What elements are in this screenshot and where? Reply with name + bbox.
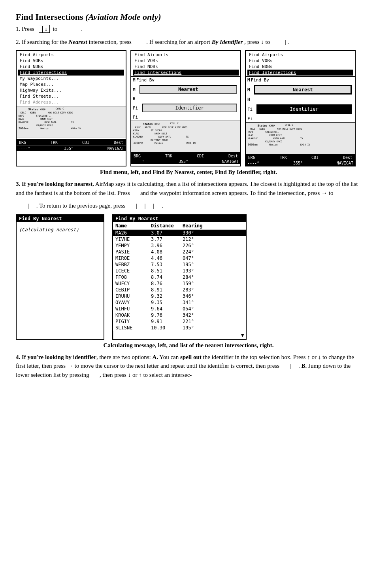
fbn-row-dist-14: 9.91 bbox=[151, 319, 183, 324]
fbn-row-15[interactable]: SLISNE 10.30 195° bbox=[113, 325, 246, 331]
gps-bottom-bar-right: BRG TRK CDI Dest bbox=[246, 154, 355, 161]
svg-text:3000nm: 3000nm bbox=[248, 143, 258, 146]
gps-identifier-row-center: Fi Identifier bbox=[131, 102, 240, 114]
svg-text:KBOS: KBOS bbox=[67, 112, 73, 114]
svg-text:TX: TX bbox=[186, 136, 189, 138]
fbn-row-7[interactable]: FF08 8.74 284° bbox=[113, 274, 246, 280]
fbn-row-name-8: WUFCY bbox=[115, 281, 151, 286]
menu-item-intersections-l[interactable]: Find Intersections bbox=[18, 70, 124, 76]
fbn-row-bearing-6: 193° bbox=[183, 268, 243, 274]
menu-item-ndbs-l: Find NDBs bbox=[18, 64, 124, 70]
deg355-c: 355° bbox=[179, 159, 188, 164]
svg-text:KLAS: KLAS bbox=[248, 134, 254, 136]
findby-m-r: M bbox=[247, 78, 250, 83]
fbn-row-bearing-14: 221° bbox=[183, 319, 243, 324]
page-title: Find Intersections (Aviation Mode only) bbox=[16, 12, 361, 22]
gps-menu-center: Find Airports Find VORs Find NDBs Find I… bbox=[131, 51, 240, 76]
fbn-row-dist-6: 8.51 bbox=[151, 268, 183, 274]
svg-text:KDEN: KDEN bbox=[30, 112, 36, 114]
svg-text:KMEM KCLT: KMEM KCLT bbox=[269, 134, 282, 136]
fbn-row-2[interactable]: YEMPY 3.96 226° bbox=[113, 242, 246, 249]
svg-text:CYUL C: CYUL C bbox=[285, 124, 294, 126]
gps-bottom-bar2-left: ----° 355° NAVIGAT bbox=[17, 146, 126, 151]
fbn-row-name-3: PASIE bbox=[115, 249, 151, 255]
row-fi-c: Fi bbox=[133, 106, 138, 111]
gps-bottom-bar-center: BRG TRK CDI Dest bbox=[131, 152, 240, 159]
menu-item-vors-r: Find VORs bbox=[247, 58, 353, 64]
dash-c: ----° bbox=[133, 159, 145, 164]
gps-panel-right: Find Airports Find VORs Find NDBs Find I… bbox=[245, 50, 356, 166]
fbn-row-bearing-10: 346° bbox=[183, 293, 243, 299]
fbn-panel-left: Find By Nearest (Calculating nearest) bbox=[16, 214, 104, 340]
fbn-row-dist-0: 3.07 bbox=[151, 230, 183, 236]
svg-text:KSLC: KSLC bbox=[135, 126, 141, 129]
fbn-row-3[interactable]: PASIE 4.08 224° bbox=[113, 249, 246, 255]
svg-text:KDEN: KDEN bbox=[145, 126, 151, 129]
fbn-row-name-0: MA26 bbox=[115, 230, 151, 236]
cdi-label-l: CDI bbox=[81, 140, 90, 145]
cdi-label-r: CDI bbox=[311, 155, 319, 160]
fbn-row-14[interactable]: PIGIY 9.91 221° bbox=[113, 318, 246, 325]
menu-item-airports-c: Find Airports bbox=[133, 52, 239, 58]
gps-nearest-row-right: M Nearest bbox=[246, 83, 355, 96]
svg-text:KOK RCLE KJFK: KOK RCLE KJFK bbox=[162, 126, 181, 129]
fbn-row-name-11: OYAVY bbox=[115, 300, 151, 305]
gps-findby-right: M Find By bbox=[246, 76, 355, 83]
gps-panel-left: Find Airports Find VORs Find NDBs Find I… bbox=[16, 50, 126, 166]
svg-text:Mexico: Mexico bbox=[269, 144, 278, 146]
fbn-row-name-14: PIGIY bbox=[115, 319, 151, 324]
fbn-row-1[interactable]: YIVHE 3.77 212° bbox=[113, 236, 246, 242]
svg-text:KDFW AATL: KDFW AATL bbox=[273, 137, 286, 140]
dest-label-l: Dest bbox=[113, 140, 124, 145]
svg-text:KMEM KCLT: KMEM KCLT bbox=[155, 132, 167, 135]
fbn-row-bearing-13: 342° bbox=[183, 312, 243, 318]
svg-text:KMSP: KMSP bbox=[269, 125, 275, 127]
fbn-row-bearing-11: 341° bbox=[183, 300, 243, 305]
fbn-row-4[interactable]: MIROE 4.46 047° bbox=[113, 255, 246, 261]
fbn-row-12[interactable]: WIHFU 9.64 054° bbox=[113, 306, 246, 312]
fbn-row-bearing-15: 195° bbox=[183, 325, 243, 331]
fbn-row-dist-7: 8.74 bbox=[151, 274, 183, 280]
fbn-row-bearing-7: 284° bbox=[183, 274, 243, 280]
fbn-row-bearing-4: 047° bbox=[183, 255, 243, 261]
row-m-r: M bbox=[247, 87, 250, 93]
svg-text:KSLC: KSLC bbox=[21, 112, 26, 114]
fbn-row-10[interactable]: IRUHU 9.32 346° bbox=[113, 293, 246, 299]
svg-text:KLAKPHX: KLAKPHX bbox=[248, 137, 258, 140]
menu-item-intersections-c[interactable]: Find Intersections bbox=[133, 70, 239, 76]
fbn-row-dist-11: 9.35 bbox=[151, 300, 183, 305]
fbn-row-6[interactable]: ICECE 8.51 193° bbox=[113, 268, 246, 274]
menu-item-intersections-r[interactable]: Find Intersections bbox=[247, 70, 353, 76]
fbn-row-5[interactable]: WEBBZ 7.53 195° bbox=[113, 261, 246, 268]
svg-text:KMSP: KMSP bbox=[40, 108, 46, 111]
fbn-row-name-2: YEMPY bbox=[115, 243, 151, 248]
fbn-scroll-down[interactable]: ▼ bbox=[113, 331, 246, 339]
row-h-r: H bbox=[247, 97, 250, 102]
svg-text:TX: TX bbox=[71, 121, 74, 123]
fbn-row-dist-4: 4.46 bbox=[151, 255, 183, 261]
fbn-row-bearing-8: 159° bbox=[183, 281, 243, 286]
fbn-row-dist-13: 9.76 bbox=[151, 312, 183, 318]
svg-text:KMSP: KMSP bbox=[155, 123, 160, 125]
fbn-row-11[interactable]: OYAVY 9.35 341° bbox=[113, 299, 246, 306]
fbn-row-9[interactable]: CEBIP 8.91 283° bbox=[113, 287, 246, 293]
svg-text:KOK RCLE KJFK: KOK RCLE KJFK bbox=[277, 128, 296, 130]
fbn-row-name-12: WIHFU bbox=[115, 306, 151, 312]
gps-fi2-row-right: Fi bbox=[246, 115, 355, 122]
brg-label-l: BRG bbox=[18, 140, 27, 145]
svg-text:CYUL C: CYUL C bbox=[170, 122, 179, 125]
menu-item-ndbs-c: Find NDBs bbox=[133, 64, 239, 70]
gps-fi2-row-center: Fi bbox=[131, 114, 240, 121]
gps-identifier-row-right: Fi Identifier bbox=[246, 103, 355, 115]
fbn-row-13[interactable]: KROAK 9.76 342° bbox=[113, 312, 246, 318]
fbn-row-0[interactable]: MA26 3.07 330° bbox=[113, 230, 246, 236]
fbn-row-8[interactable]: WUFCY 8.76 159° bbox=[113, 280, 246, 287]
fbn-row-name-13: KROAK bbox=[115, 312, 151, 318]
step4-para: 4. If you're looking by identifier, ther… bbox=[16, 353, 361, 380]
menu-item-vors-c: Find VORs bbox=[133, 58, 239, 64]
menu-item-ndbs-r: Find NDBs bbox=[247, 64, 353, 70]
col-dist-header: Distance bbox=[151, 223, 183, 229]
svg-text:States: States bbox=[258, 124, 268, 127]
trk-label-l: TRK bbox=[50, 140, 58, 145]
findby-m-c: M bbox=[133, 78, 136, 83]
